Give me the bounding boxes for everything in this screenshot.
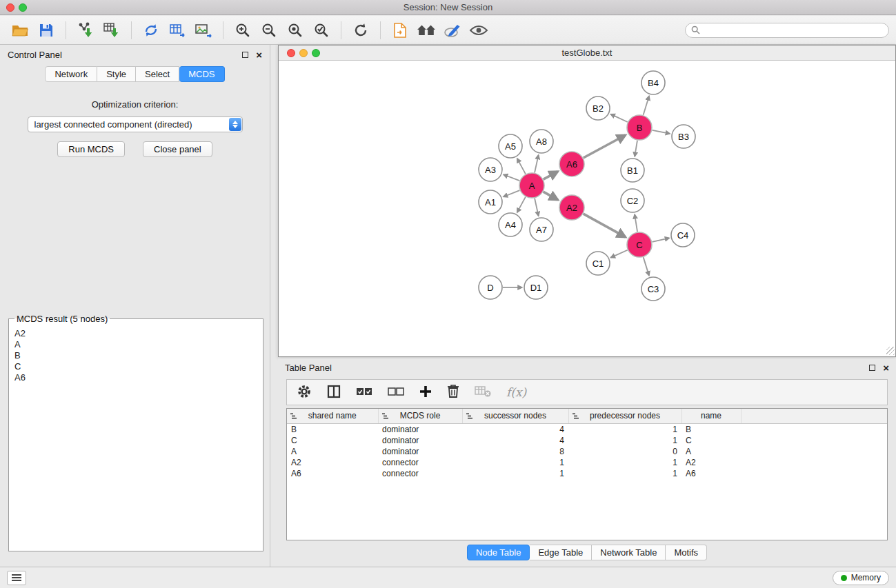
delete-row-icon[interactable]: [447, 384, 459, 401]
zoom-out-icon[interactable]: [256, 19, 282, 42]
zoom-fit-icon[interactable]: [282, 19, 308, 42]
home-networks-icon[interactable]: [413, 19, 439, 42]
tab-mcds[interactable]: MCDS: [179, 66, 224, 82]
run-mcds-button[interactable]: Run MCDS: [57, 141, 125, 157]
network-graph[interactable]: B4B2BB3A5A8A6A3B1AC2A1A2A4A7C4CC1DD1C3: [279, 61, 895, 356]
tab-style[interactable]: Style: [97, 66, 136, 82]
table-row[interactable]: A2connector11A2: [287, 457, 887, 468]
deselect-all-icon[interactable]: [388, 387, 404, 398]
close-panel-icon[interactable]: ×: [256, 50, 262, 60]
close-window-icon[interactable]: [6, 3, 14, 12]
column-header-successor-nodes[interactable]: successor nodes: [462, 409, 568, 423]
result-item[interactable]: C: [13, 361, 259, 372]
graph-edge-A-A3[interactable]: [504, 174, 519, 181]
close-panel-button[interactable]: Close panel: [143, 141, 212, 157]
delete-table-icon[interactable]: [475, 385, 491, 400]
memory-button[interactable]: Memory: [833, 571, 889, 585]
style-brush-icon[interactable]: [439, 19, 466, 42]
new-table-icon[interactable]: [164, 19, 190, 42]
graph-edge-B-B1[interactable]: [635, 141, 637, 156]
network-window-title: testGlobe.txt: [279, 48, 895, 58]
graph-edge-B-B3[interactable]: [653, 130, 670, 134]
table-panel-title: Table Panel: [285, 363, 332, 373]
fx-button[interactable]: f(x): [506, 385, 526, 399]
network-canvas[interactable]: B4B2BB3A5A8A6A3B1AC2A1A2A4A7C4CC1DD1C3: [279, 61, 895, 356]
criterion-dropdown-value: largest connected component (directed): [34, 119, 192, 130]
result-item[interactable]: A: [13, 339, 259, 350]
tab-network[interactable]: Network: [45, 66, 97, 82]
new-network-icon[interactable]: [138, 19, 164, 42]
select-all-icon[interactable]: [356, 387, 372, 398]
zoom-window-icon[interactable]: [19, 3, 27, 12]
sort-icon: [381, 412, 389, 422]
add-row-icon[interactable]: [419, 385, 432, 400]
result-item[interactable]: B: [13, 350, 259, 361]
search-input[interactable]: [704, 26, 883, 35]
table-panel: Table Panel × f(x): [278, 358, 896, 567]
float-panel-icon[interactable]: [242, 52, 248, 58]
refresh-icon[interactable]: [348, 19, 374, 42]
graph-node-label-B3: B3: [678, 132, 689, 142]
float-table-panel-icon[interactable]: [869, 365, 875, 371]
table-row[interactable]: Adominator80A: [287, 446, 887, 457]
table-row[interactable]: A6connector11A6: [287, 468, 887, 479]
table-row[interactable]: Cdominator41C: [287, 435, 887, 446]
control-panel: Control Panel × Network Style Select MCD…: [0, 45, 270, 567]
graph-node-label-D: D: [487, 283, 493, 293]
column-header-mcds-role[interactable]: MCDS role: [378, 409, 462, 423]
result-item[interactable]: A6: [13, 372, 259, 383]
toggle-visibility-icon[interactable]: [466, 19, 492, 42]
graph-edge-C-C4[interactable]: [653, 238, 670, 241]
tab-node-table[interactable]: Node Table: [467, 545, 530, 560]
graph-node-label-A3: A3: [485, 165, 496, 175]
graph-edge-A-A2[interactable]: [544, 192, 558, 200]
window-resize-grip[interactable]: [886, 347, 895, 355]
graph-edge-A2-C[interactable]: [584, 214, 626, 237]
graph-edge-A-A4[interactable]: [517, 197, 526, 212]
graph-node-label-A4: A4: [505, 220, 516, 230]
export-network-icon[interactable]: [387, 19, 413, 42]
graph-edge-B-B2[interactable]: [610, 114, 627, 122]
result-item[interactable]: A2: [13, 328, 259, 339]
node-table[interactable]: shared name MCDS role successor nodes pr…: [286, 408, 888, 540]
graph-edge-A-A5[interactable]: [517, 159, 526, 174]
column-header-name[interactable]: name: [681, 409, 741, 423]
zoom-in-icon[interactable]: [230, 19, 256, 42]
export-image-icon[interactable]: [190, 19, 217, 42]
graph-edge-A-A1[interactable]: [504, 190, 520, 196]
graph-edge-C-C3[interactable]: [644, 257, 649, 275]
import-network-icon[interactable]: [72, 19, 99, 42]
column-header-shared-name[interactable]: shared name: [287, 409, 378, 423]
graph-edge-A6-B[interactable]: [584, 135, 626, 158]
graph-edge-C-C2[interactable]: [635, 214, 637, 232]
save-session-icon[interactable]: [33, 19, 59, 42]
zoom-network-window-icon[interactable]: [312, 49, 320, 57]
close-network-window-icon[interactable]: [287, 49, 295, 57]
control-panel-header: Control Panel ×: [0, 45, 270, 64]
criterion-dropdown[interactable]: largest connected component (directed): [28, 116, 243, 132]
graph-edge-C-C1[interactable]: [611, 250, 628, 258]
import-table-icon[interactable]: [99, 19, 125, 42]
open-session-icon[interactable]: [7, 19, 33, 42]
mcds-result-box: MCDS result (5 nodes) A2 A B C A6: [8, 314, 263, 551]
tab-edge-table[interactable]: Edge Table: [530, 545, 592, 560]
network-window-titlebar[interactable]: testGlobe.txt: [279, 45, 895, 61]
columns-icon[interactable]: [327, 385, 341, 401]
tab-network-table[interactable]: Network Table: [592, 545, 666, 560]
close-table-panel-icon[interactable]: ×: [883, 363, 889, 373]
graph-edge-B-B4[interactable]: [644, 96, 649, 114]
graph-edge-A-A7[interactable]: [535, 199, 539, 216]
table-row[interactable]: Bdominator41B: [287, 423, 887, 435]
zoom-selected-icon[interactable]: [308, 19, 335, 42]
table-panel-header: Table Panel ×: [278, 358, 896, 376]
task-history-button[interactable]: [7, 571, 26, 585]
graph-edge-A-A6[interactable]: [544, 172, 558, 179]
control-panel-title: Control Panel: [8, 50, 62, 60]
search-field[interactable]: [685, 23, 889, 38]
settings-gear-icon[interactable]: [297, 384, 312, 401]
tab-motifs[interactable]: Motifs: [666, 545, 707, 560]
column-header-predecessor-nodes[interactable]: predecessor nodes: [568, 409, 681, 423]
graph-edge-A-A8[interactable]: [535, 155, 539, 173]
tab-select[interactable]: Select: [136, 66, 179, 82]
minimize-network-window-icon[interactable]: [299, 49, 308, 57]
